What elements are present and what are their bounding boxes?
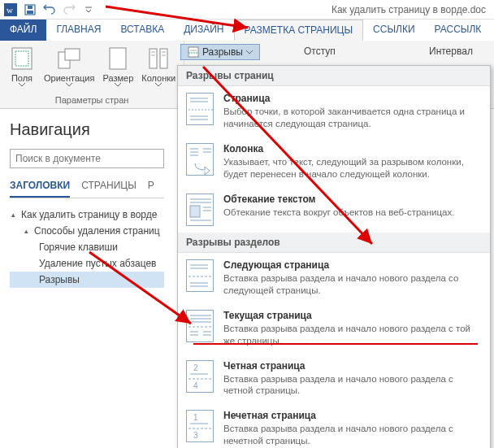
navigation-pane: Навигация ЗАГОЛОВКИ СТРАНИЦЫ Р ▴Как удал… [0, 109, 172, 288]
undo-icon[interactable] [42, 2, 57, 17]
break-textwrapping[interactable]: Обтекание текстомОбтекание текста вокруг… [178, 187, 490, 233]
break-next-page[interactable]: Следующая страницаВставка разрыва раздел… [178, 253, 490, 303]
oddpage-break-icon: 13 [186, 410, 214, 442]
tree-item-selected[interactable]: Разрывы [10, 272, 164, 288]
nextpage-break-icon [186, 259, 214, 292]
evenpage-break-icon: 24 [186, 360, 214, 393]
textwrap-break-icon [186, 194, 214, 226]
svg-text:1: 1 [193, 413, 198, 422]
caret-icon: ▴ [24, 227, 32, 235]
svg-text:3: 3 [193, 431, 198, 440]
tree-item[interactable]: ▴Способы удаления страниц [10, 223, 164, 239]
caret-icon: ▴ [11, 211, 20, 219]
ribbon-group-label: Параметры стран [5, 95, 179, 105]
chevron-down-icon [115, 83, 121, 87]
svg-rect-9 [110, 48, 126, 69]
break-continuous[interactable]: Текущая страницаВставка разрыва раздела … [178, 303, 490, 354]
continuous-break-icon [186, 310, 214, 342]
nav-tab-headings[interactable]: ЗАГОЛОВКИ [10, 180, 70, 198]
svg-rect-4 [28, 6, 32, 9]
break-even-page[interactable]: 24 Четная страницаВставка разрыва раздел… [178, 354, 490, 404]
break-column[interactable]: КолонкаУказывает, что текст, следующий з… [178, 137, 490, 187]
size-icon [105, 46, 131, 72]
tree-item[interactable]: ▴Как удалить страницу в ворде [10, 207, 164, 223]
title-bar: w Как удалить страницу в ворде.doc [0, 0, 494, 20]
svg-rect-3 [27, 11, 33, 14]
svg-rect-16 [188, 47, 198, 57]
tab-file[interactable]: ФАЙЛ [0, 20, 46, 41]
qat-customize-icon[interactable] [81, 2, 96, 17]
break-odd-page[interactable]: 13 Нечетная страницаВставка разрыва разд… [178, 403, 490, 448]
columns-icon [145, 46, 171, 72]
nav-tab-pages[interactable]: СТРАНИЦЫ [81, 180, 136, 198]
ribbon-tabs: ФАЙЛ ГЛАВНАЯ ВСТАВКА ДИЗАЙН РАЗМЕТКА СТР… [0, 20, 494, 41]
orientation-button[interactable]: Ориентация [41, 44, 98, 94]
headings-tree: ▴Как удалить страницу в ворде ▴Способы у… [10, 207, 164, 288]
ribbon-group-page-setup: Поля Ориентация Размер Колонки Параметры… [0, 41, 184, 108]
tab-references[interactable]: ССЫЛКИ [363, 20, 424, 41]
svg-rect-31 [190, 206, 200, 217]
chevron-down-icon [155, 83, 162, 87]
tab-home[interactable]: ГЛАВНАЯ [46, 20, 110, 41]
redo-icon[interactable] [62, 2, 76, 17]
search-input[interactable] [10, 149, 164, 168]
document-title: Как удалить страницу в ворде.doc [332, 4, 486, 15]
margins-button[interactable]: Поля [5, 44, 39, 94]
chevron-down-icon [19, 83, 25, 87]
nav-tabs: ЗАГОЛОВКИ СТРАНИЦЫ Р [10, 180, 164, 198]
tab-insert[interactable]: ВСТАВКА [110, 20, 174, 41]
tab-mailings[interactable]: РАССЫЛК [425, 20, 492, 41]
page-break-icon [186, 93, 214, 125]
svg-text:4: 4 [193, 381, 198, 390]
dropdown-section-header: Разрывы страниц [178, 66, 490, 86]
margins-icon [9, 46, 35, 72]
tab-design[interactable]: ДИЗАЙН [174, 20, 233, 41]
breaks-dropdown: Разрывы страниц СтраницаВыбор точки, в к… [177, 65, 491, 448]
tab-page-layout[interactable]: РАЗМЕТКА СТРАНИЦЫ [234, 20, 364, 41]
interval-label: Интервал [429, 46, 473, 57]
dropdown-section-header: Разрывы разделов [178, 233, 490, 253]
svg-text:w: w [6, 5, 13, 15]
navigation-title: Навигация [10, 120, 164, 139]
tree-item[interactable]: Удаление пустых абзацев [10, 255, 164, 272]
chevron-down-icon [246, 50, 253, 54]
tree-item[interactable]: Горячие клавиши [10, 239, 164, 255]
svg-text:2: 2 [193, 363, 198, 372]
nav-tab-results[interactable]: Р [148, 180, 154, 198]
chevron-down-icon [66, 83, 72, 87]
columns-button[interactable]: Колонки [138, 44, 179, 94]
save-icon[interactable] [23, 2, 37, 17]
size-button[interactable]: Размер [99, 44, 136, 94]
break-page[interactable]: СтраницаВыбор точки, в которой заканчива… [178, 86, 490, 137]
svg-rect-8 [65, 49, 80, 60]
breaks-icon [188, 46, 199, 58]
orientation-icon [56, 46, 82, 72]
breaks-button[interactable]: Разрывы [180, 44, 260, 60]
column-break-icon [186, 143, 214, 176]
indent-label: Отступ [304, 46, 336, 57]
quick-access-toolbar: w [3, 2, 96, 17]
word-app-icon[interactable]: w [3, 2, 18, 17]
